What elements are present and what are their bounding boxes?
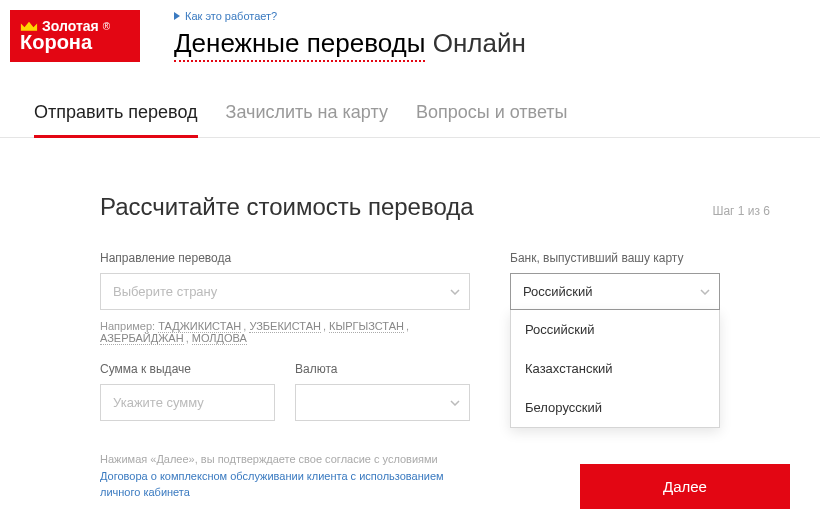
logo-line2: Корона: [20, 32, 130, 52]
brand-logo[interactable]: Золотая® Корона: [10, 10, 140, 62]
bank-option[interactable]: Казахстанский: [511, 349, 719, 388]
direction-label: Направление перевода: [100, 251, 470, 265]
example-country-link[interactable]: УЗБЕКИСТАН: [249, 320, 320, 333]
page-title-accent: Денежные переводы: [174, 28, 425, 62]
currency-label: Валюта: [295, 362, 470, 376]
bank-label: Банк, выпустивший вашу карту: [510, 251, 720, 265]
how-it-works-link[interactable]: Как это работает?: [174, 10, 526, 22]
amount-input[interactable]: [100, 384, 275, 421]
step-indicator: Шаг 1 из 6: [712, 204, 770, 218]
bank-select[interactable]: Российский: [510, 273, 720, 310]
main-tabs: Отправить перевод Зачислить на карту Воп…: [0, 62, 820, 138]
next-button[interactable]: Далее: [580, 464, 790, 509]
tab-faq[interactable]: Вопросы и ответы: [416, 102, 568, 137]
example-country-link[interactable]: КЫРГЫЗСТАН: [329, 320, 404, 333]
logo-reg: ®: [103, 21, 110, 32]
amount-label: Сумма к выдаче: [100, 362, 275, 376]
agreement-link[interactable]: Договора о комплексном обслуживании клие…: [100, 470, 444, 499]
bank-dropdown: РоссийскийКазахстанскийБелорусский: [510, 310, 720, 428]
tab-send[interactable]: Отправить перевод: [34, 102, 198, 138]
bank-option[interactable]: Российский: [511, 310, 719, 349]
disclaimer-text: Нажимая «Далее», вы подтверждаете свое с…: [100, 451, 470, 501]
examples-row: Например: ТАДЖИКИСТАН, УЗБЕКИСТАН, КЫРГЫ…: [100, 320, 470, 344]
play-icon: [174, 12, 180, 20]
example-country-link[interactable]: АЗЕРБАЙДЖАН: [100, 332, 184, 345]
how-it-works-label: Как это работает?: [185, 10, 277, 22]
example-country-link[interactable]: МОЛДОВА: [192, 332, 247, 345]
examples-prefix: Например:: [100, 320, 158, 332]
page-title: Денежные переводы Онлайн: [174, 28, 526, 59]
currency-select[interactable]: [295, 384, 470, 421]
tab-credit[interactable]: Зачислить на карту: [226, 102, 388, 137]
page-title-rest: Онлайн: [433, 28, 526, 58]
country-select[interactable]: Выберите страну: [100, 273, 470, 310]
form-heading: Рассчитайте стоимость перевода: [100, 193, 474, 221]
bank-option[interactable]: Белорусский: [511, 388, 719, 427]
